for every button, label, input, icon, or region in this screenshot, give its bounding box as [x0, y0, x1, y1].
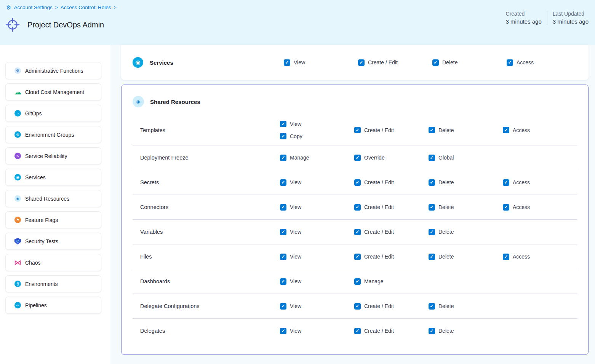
permission-checkbox[interactable]: ✓ Create / Edit	[354, 127, 429, 133]
checkbox-checked[interactable]: ✓	[503, 179, 509, 186]
permission-checkbox[interactable]: ✓ View	[280, 179, 354, 186]
permission-checkbox[interactable]: ✓ Manage	[280, 155, 354, 161]
checkbox-checked[interactable]: ✓	[354, 303, 361, 310]
checkbox-checked[interactable]: ✓	[280, 179, 286, 186]
sidebar-item-label: Chaos	[25, 260, 40, 266]
sidebar-item-shared-resources[interactable]: ◈ Shared Resources	[5, 190, 101, 207]
sidebar-item-security-tests[interactable]: ⊙ Security Tests	[5, 233, 101, 250]
permission-checkbox[interactable]: ✓ Access	[503, 254, 577, 260]
checkbox-checked[interactable]: ✓	[429, 179, 435, 186]
permission-label: Access	[513, 254, 530, 260]
breadcrumb-link-access-control-roles[interactable]: Access Control: Roles	[61, 5, 111, 10]
checkbox-checked[interactable]: ✓	[280, 155, 286, 161]
resource-name: Dashboards	[133, 278, 280, 284]
sidebar-item-environments[interactable]: § Environments	[5, 275, 101, 292]
checkbox-checked[interactable]: ✓	[354, 254, 361, 260]
checkbox-checked[interactable]: ✓	[358, 59, 365, 66]
permission-checkbox[interactable]: ✓ Create / Edit	[354, 179, 429, 186]
permission-checkbox[interactable]: ✓ Copy	[280, 133, 354, 139]
environment-groups-icon: ⊚	[14, 131, 21, 138]
checkbox-checked[interactable]: ✓	[280, 229, 286, 235]
permission-checkbox[interactable]: ✓ Delete	[429, 328, 503, 334]
permission-checkbox[interactable]: ✓ Delete	[429, 204, 503, 211]
permission-checkbox[interactable]: ✓ Delete	[429, 303, 503, 310]
permission-label: Create / Edit	[364, 179, 394, 185]
checkbox-checked[interactable]: ✓	[280, 121, 286, 127]
checkbox-checked[interactable]: ✓	[354, 127, 361, 133]
permission-checkbox[interactable]: ✓ Create / Edit	[354, 303, 429, 310]
checkbox-checked[interactable]: ✓	[354, 204, 361, 211]
permission-checkbox[interactable]: ✓ Create / Edit	[354, 229, 429, 235]
permission-checkbox[interactable]: ✓ View	[280, 278, 354, 285]
permission-checkbox[interactable]: ✓ View	[280, 328, 354, 334]
checkbox-checked[interactable]: ✓	[429, 254, 435, 260]
sidebar-item-gitops[interactable]: ◔ GitOps	[5, 105, 101, 122]
checkbox-checked[interactable]: ✓	[507, 59, 513, 66]
sidebar-item-service-reliability[interactable]: ∿ Service Reliability	[5, 147, 101, 164]
resource-name: Delegates	[133, 328, 280, 334]
sidebar-item-administrative-functions[interactable]: ⚙ Administrative Functions	[5, 62, 101, 79]
sidebar-item-environment-groups[interactable]: ⊚ Environment Groups	[5, 126, 101, 143]
checkbox-checked[interactable]: ✓	[432, 59, 439, 66]
permission-checkbox[interactable]: ✓ Delete	[429, 127, 503, 133]
checkbox-checked[interactable]: ✓	[280, 204, 286, 211]
checkbox-checked[interactable]: ✓	[354, 179, 361, 186]
checkbox-checked[interactable]: ✓	[354, 278, 361, 285]
check-icon: ✓	[355, 304, 359, 308]
permission-checkbox[interactable]: ✓ Access	[503, 204, 577, 211]
permission-checkbox[interactable]: ✓ Access	[503, 179, 577, 186]
permission-checkbox[interactable]: ✓ Create / Edit	[358, 59, 432, 66]
sidebar-item-feature-flags[interactable]: ⚑ Feature Flags	[5, 211, 101, 228]
checkbox-checked[interactable]: ✓	[429, 303, 435, 310]
sidebar-item-cloud-cost-management[interactable]: ☁$ Cloud Cost Management	[5, 83, 101, 101]
permission-checkbox[interactable]: ✓ Global	[429, 155, 503, 161]
checkbox-checked[interactable]: ✓	[284, 59, 290, 66]
permission-checkbox[interactable]: ✓ Delete	[429, 229, 503, 235]
permission-checkbox[interactable]: ✓ View	[280, 254, 354, 260]
checkbox-checked[interactable]: ✓	[429, 204, 435, 211]
permission-checkbox[interactable]: ✓ Delete	[429, 179, 503, 186]
sidebar-item-services[interactable]: ◉ Services	[5, 169, 101, 186]
permission-column: ✓ Create / Edit	[354, 229, 429, 235]
checkbox-checked[interactable]: ✓	[503, 127, 509, 133]
checkbox-checked[interactable]: ✓	[429, 127, 435, 133]
checkbox-checked[interactable]: ✓	[503, 254, 509, 260]
checkbox-checked[interactable]: ✓	[429, 229, 435, 235]
resource-row: Variables ✓ View ✓ Create / Edit ✓ Delet…	[133, 219, 577, 244]
permission-checkbox[interactable]: ✓ Create / Edit	[354, 328, 429, 334]
permission-checkbox[interactable]: ✓ View	[280, 121, 354, 127]
permission-checkbox[interactable]: ✓ View	[280, 229, 354, 235]
checkbox-checked[interactable]: ✓	[280, 278, 286, 285]
checkbox-checked[interactable]: ✓	[280, 328, 286, 334]
resource-row: Files ✓ View ✓ Create / Edit ✓ Delete ✓ …	[133, 244, 577, 269]
checkbox-checked[interactable]: ✓	[354, 328, 361, 334]
permission-column: ✓ View	[284, 59, 358, 66]
permission-checkbox[interactable]: ✓ Access	[503, 127, 577, 133]
checkbox-checked[interactable]: ✓	[280, 133, 286, 139]
permission-checkbox[interactable]: ✓ View	[280, 303, 354, 310]
checkbox-checked[interactable]: ✓	[354, 155, 361, 161]
checkbox-checked[interactable]: ✓	[280, 254, 286, 260]
permission-checkbox[interactable]: ✓ Delete	[429, 254, 503, 260]
sidebar-item-label: Pipelines	[25, 302, 47, 308]
sidebar-item-chaos[interactable]: ⋈ Chaos	[5, 254, 101, 271]
breadcrumb-link-account-settings[interactable]: Account Settings	[14, 5, 52, 10]
permission-checkbox[interactable]: ✓ Manage	[354, 278, 429, 285]
sidebar-item-pipelines[interactable]: ∾ Pipelines	[5, 297, 101, 314]
permission-checkbox[interactable]: ✓ Override	[354, 155, 429, 161]
checkbox-checked[interactable]: ✓	[429, 155, 435, 161]
check-icon: ✓	[430, 329, 433, 333]
permission-checkbox[interactable]: ✓ View	[284, 59, 358, 66]
permission-checkbox[interactable]: ✓ Create / Edit	[354, 204, 429, 211]
permission-checkbox[interactable]: ✓ Delete	[432, 59, 507, 66]
sidebar-item-label: Security Tests	[25, 238, 58, 244]
checkbox-checked[interactable]: ✓	[280, 303, 286, 310]
permission-checkbox[interactable]: ✓ View	[280, 204, 354, 211]
checkbox-checked[interactable]: ✓	[429, 328, 435, 334]
permission-label: View	[294, 59, 305, 65]
permission-checkbox[interactable]: ✓ Create / Edit	[354, 254, 429, 260]
permission-checkbox[interactable]: ✓ Access	[507, 59, 581, 66]
check-icon: ✓	[281, 205, 285, 209]
checkbox-checked[interactable]: ✓	[503, 204, 509, 211]
checkbox-checked[interactable]: ✓	[354, 229, 361, 235]
